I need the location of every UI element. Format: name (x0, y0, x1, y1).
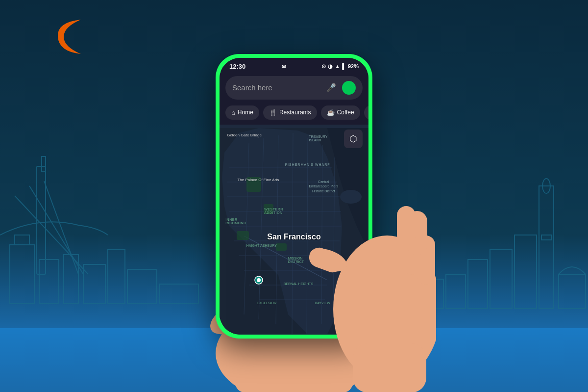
chip-coffee[interactable]: ☕ Coffee (321, 105, 360, 120)
right-hand (299, 172, 436, 392)
svg-rect-62 (353, 343, 426, 392)
map-label-ggb: Golden Gate Bridge (227, 133, 262, 137)
chip-home[interactable]: ⌂ Home (225, 105, 259, 120)
coffee-icon: ☕ (327, 109, 335, 116)
map-label-treasure: TREASURYISLAND (309, 135, 327, 142)
search-bar[interactable]: Search here 🎤 (225, 76, 363, 100)
chip-home-label: Home (238, 109, 253, 116)
clock: 12:30 (229, 63, 245, 70)
profile-avatar[interactable] (342, 81, 356, 95)
main-scene: 12:30 ✉ ⊙ ◑ ▲ ▌ 92% Search here 🎤 (0, 0, 588, 392)
map-label-western: WESTERNADDITION (264, 208, 283, 214)
fork-knife-icon: 🍴 (269, 109, 277, 116)
system-icons: ⊙ ◑ ▲ ▌ 92% (321, 63, 359, 70)
wifi-icon: ▲ (335, 63, 340, 69)
chip-restaurants-label: Restaurants (279, 109, 311, 116)
location-icon: ⊙ (321, 63, 326, 70)
status-bar: 12:30 ✉ ⊙ ◑ ▲ ▌ 92% (220, 58, 368, 73)
map-label-excelsior: EXCELSIOR (257, 301, 276, 305)
notification-icon: ✉ (282, 64, 286, 69)
map-label-palace: The Palace Of Fine Arts (237, 178, 279, 182)
signal-icon: ▌ (342, 63, 346, 69)
layers-button[interactable]: ⬡ (344, 130, 363, 148)
svg-rect-50 (237, 231, 249, 240)
chip-coffee-label: Coffee (337, 109, 354, 116)
search-container: Search here 🎤 (220, 73, 368, 104)
microphone-icon[interactable]: 🎤 (324, 81, 338, 95)
chip-restaurants[interactable]: 🍴 Restaurants (263, 105, 317, 120)
map-label-haight: HAIGHT-ASHBURY (246, 244, 277, 247)
battery-level: 92% (348, 63, 359, 69)
svg-point-54 (257, 278, 261, 282)
map-label-fishermans: FISHERMAN'S WHARF (285, 163, 330, 166)
filter-chips: ⌂ Home 🍴 Restaurants ☕ Coffee ▼ B… (220, 104, 368, 125)
svg-rect-51 (276, 243, 287, 251)
layers-icon: ⬡ (349, 133, 357, 144)
volume-icon: ◑ (328, 63, 333, 70)
home-icon: ⌂ (231, 109, 235, 116)
search-placeholder: Search here (232, 83, 320, 92)
svg-rect-61 (397, 206, 416, 245)
chip-bars[interactable]: ▼ B… (364, 105, 368, 120)
hand-phone-container: 12:30 ✉ ⊙ ◑ ▲ ▌ 92% Search here 🎤 (167, 29, 421, 383)
map-label-richmond: INNERRICHMOND (225, 218, 246, 225)
